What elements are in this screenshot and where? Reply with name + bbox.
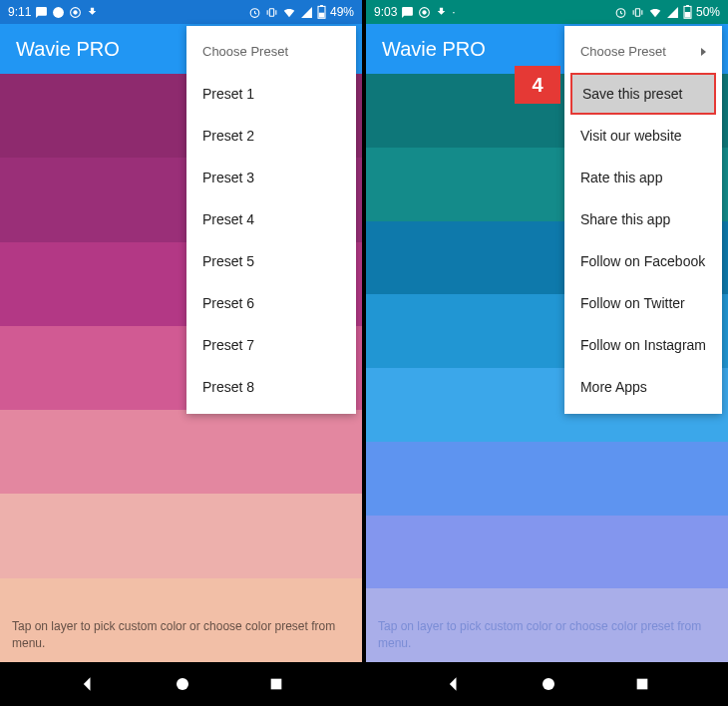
app-title: Wavie PRO [382,38,486,61]
menu-header-choose-preset[interactable]: Choose Preset [564,32,722,73]
overflow-menu: Choose Preset Save this presetVisit our … [564,26,722,414]
menu-item[interactable]: Follow on Facebook [564,240,722,282]
svg-point-2 [74,10,78,14]
color-layer[interactable] [0,494,362,577]
circle-icon [69,6,82,19]
svg-point-0 [53,7,64,18]
menu-item[interactable]: Visit our website [564,115,722,157]
svg-point-8 [177,678,188,690]
color-layer[interactable] [0,410,362,494]
svg-point-17 [543,678,554,690]
menu-item-preset[interactable]: Preset 4 [186,198,356,240]
menu-item[interactable]: Follow on Twitter [564,282,722,324]
chevron-right-icon [701,48,706,56]
menu-item[interactable]: Follow on Instagram [564,324,722,366]
dot-icon: · [452,5,455,19]
menu-item[interactable]: Save this preset [570,73,716,115]
alarm-icon [248,6,261,19]
phone-left: 9:11 49% Wavie PRO Tap on layer to pick … [0,0,362,706]
nav-bar [0,662,362,706]
svg-rect-7 [319,13,325,18]
msg-icon [401,6,414,19]
menu-item-preset[interactable]: Preset 3 [186,157,356,198]
status-bar: 9:11 49% [0,0,362,24]
menu-item-preset[interactable]: Preset 1 [186,73,356,115]
status-battery-pct: 50% [696,5,720,19]
menu-item-preset[interactable]: Preset 5 [186,240,356,282]
status-time: 9:11 [8,5,31,19]
circle-icon [418,6,431,19]
battery-icon [317,5,326,19]
hint-text: Tap on layer to pick custom color or cho… [12,618,350,652]
color-layer[interactable] [366,442,728,516]
menu-item-preset[interactable]: Preset 6 [186,282,356,324]
status-battery-pct: 49% [330,5,354,19]
download-icon [435,6,448,19]
svg-rect-16 [685,12,691,18]
svg-rect-13 [635,8,639,16]
preset-menu: Choose Preset Preset 1Preset 2Preset 3Pr… [186,26,356,414]
callout-badge: 4 [515,66,560,104]
color-layer[interactable] [366,516,728,589]
nav-home-icon[interactable] [540,675,557,693]
wifi-icon [282,5,296,19]
msg-icon [35,6,48,19]
menu-header: Choose Preset [186,32,356,73]
status-time: 9:03 [374,5,397,19]
menu-item[interactable]: Share this app [564,198,722,240]
signal-icon [666,6,679,19]
svg-point-11 [423,10,427,14]
nav-back-icon[interactable] [78,674,98,694]
svg-rect-15 [686,5,689,6]
signal-icon [300,6,313,19]
nav-recent-icon[interactable] [268,676,284,692]
download-icon [86,6,99,19]
nav-recent-icon[interactable] [634,676,650,692]
menu-item[interactable]: Rate this app [564,157,722,198]
wifi-icon [648,5,662,19]
vibrate-icon [265,6,278,19]
svg-rect-4 [269,8,273,16]
menu-item-preset[interactable]: Preset 8 [186,366,356,408]
svg-rect-6 [320,5,323,6]
menu-item-preset[interactable]: Preset 2 [186,115,356,157]
status-bar: 9:03 · 50% [366,0,728,24]
svg-rect-18 [636,679,647,690]
menu-item[interactable]: More Apps [564,366,722,408]
nav-back-icon[interactable] [444,674,464,694]
nav-home-icon[interactable] [174,675,191,693]
chat-icon [52,6,65,19]
menu-item-preset[interactable]: Preset 7 [186,324,356,366]
alarm-icon [614,6,627,19]
phone-right: 9:03 · 50% Wavie PRO Tap on layer to pic… [366,0,728,706]
vibrate-icon [631,6,644,19]
svg-rect-9 [270,679,281,690]
app-title: Wavie PRO [16,38,120,61]
nav-bar [366,662,728,706]
hint-text: Tap on layer to pick custom color or cho… [378,618,716,652]
battery-icon [683,5,692,19]
